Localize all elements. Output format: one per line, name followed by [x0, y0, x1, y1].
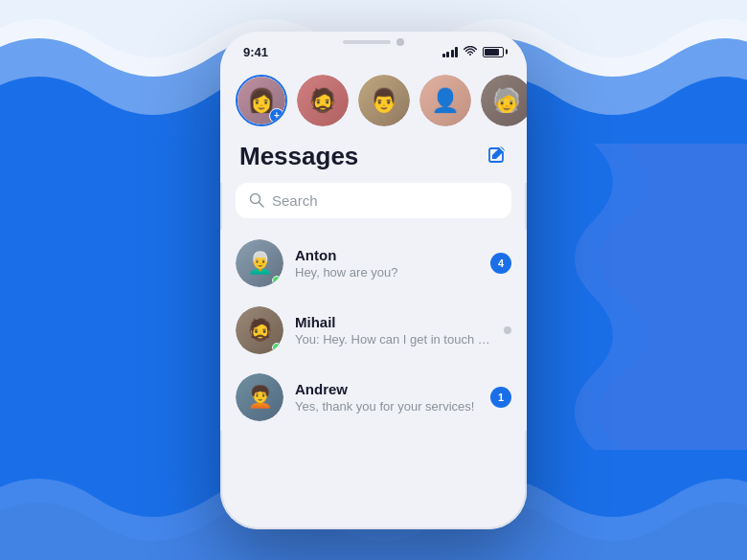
conv-name-anton: Anton [295, 247, 479, 263]
conv-name-mihail: Mihail [295, 314, 492, 330]
front-camera [396, 38, 404, 46]
phone-notch [326, 32, 421, 53]
conv-info-anton: Anton Hey, how are you? [295, 247, 479, 280]
signal-icon [442, 46, 459, 57]
online-indicator-mihail [272, 343, 282, 352]
avatar-mihail: 🧔 [236, 306, 283, 354]
story-avatar-4[interactable]: 🧓 [481, 75, 527, 126]
page-title: Messages [239, 142, 358, 171]
status-icons [442, 46, 505, 57]
add-story-button[interactable]: + [269, 108, 284, 123]
phone-screen: 9:41 👩 + [220, 32, 527, 529]
conversation-item-andrew[interactable]: 🧑‍🦱 Andrew Yes, thank you for your servi… [220, 364, 527, 431]
unread-badge-anton: 4 [490, 253, 511, 274]
conv-name-andrew: Andrew [295, 381, 479, 397]
online-indicator [272, 276, 282, 285]
phone-mockup: 9:41 👩 + [220, 32, 527, 529]
speaker [343, 40, 391, 44]
conv-info-andrew: Andrew Yes, thank you for your services! [295, 381, 479, 414]
conversation-item-mihail[interactable]: 🧔 Mihail You: Hey. How can I get in touc… [220, 297, 527, 364]
unread-badge-andrew: 1 [490, 387, 511, 408]
search-placeholder: Search [272, 192, 318, 209]
conv-preview-andrew: Yes, thank you for your services! [295, 399, 479, 414]
avatar-anton: 👨‍🦳 [236, 239, 283, 287]
compose-icon[interactable] [487, 146, 508, 167]
conv-info-mihail: Mihail You: Hey. How can I get in touch … [295, 314, 492, 347]
stories-row: 👩 + 🧔 👨 👤 🧓 [220, 67, 527, 138]
conversation-list: 👨‍🦳 Anton Hey, how are you? 4 🧔 Mihail Y… [220, 230, 527, 431]
conversation-item-anton[interactable]: 👨‍🦳 Anton Hey, how are you? 4 [220, 230, 527, 297]
messages-header: Messages [220, 138, 527, 183]
read-dot-mihail [504, 326, 511, 334]
wifi-icon [464, 46, 477, 57]
story-avatar-1[interactable]: 🧔 [297, 75, 349, 126]
status-time: 9:41 [243, 45, 268, 59]
my-story-avatar[interactable]: 👩 + [236, 75, 287, 126]
story-avatar-2[interactable]: 👨 [358, 75, 410, 126]
search-icon [249, 192, 264, 208]
story-avatar-3[interactable]: 👤 [419, 75, 471, 126]
conv-preview-anton: Hey, how are you? [295, 265, 479, 280]
avatar-andrew: 🧑‍🦱 [236, 373, 283, 421]
search-bar[interactable]: Search [236, 183, 511, 218]
battery-icon [483, 47, 504, 57]
svg-line-3 [260, 203, 264, 208]
conv-preview-mihail: You: Hey. How can I get in touch with... [295, 332, 492, 347]
